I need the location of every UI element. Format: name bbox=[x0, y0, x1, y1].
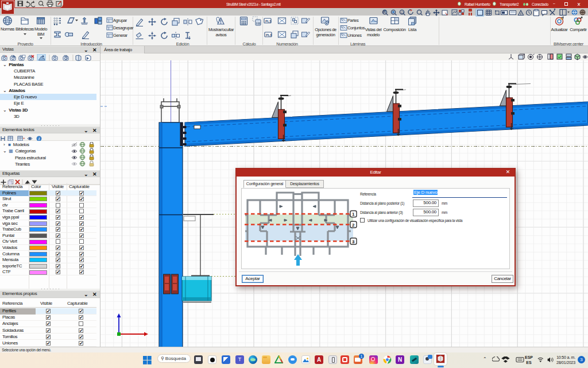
svg-text:Q: Q bbox=[401, 11, 404, 14]
svg-text:+: + bbox=[5, 54, 7, 57]
svg-text:R: R bbox=[383, 10, 386, 14]
svg-text:1: 1 bbox=[352, 212, 355, 217]
svg-text:3: 3 bbox=[352, 239, 355, 244]
svg-text:2: 2 bbox=[352, 223, 355, 228]
svg-text:+: + bbox=[23, 136, 25, 140]
